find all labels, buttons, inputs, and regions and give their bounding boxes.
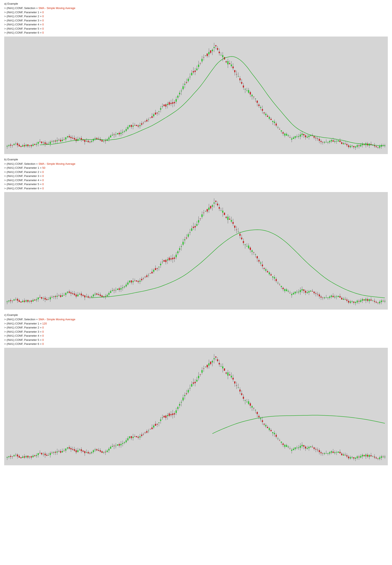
example-a-param3: > (INA1) CONF, Parameter 3 = 0: [4, 18, 388, 23]
example-c-param2: > (INA1) CONF, Parameter 2 = 0: [4, 326, 388, 330]
chart-c: [4, 348, 388, 465]
example-b-selection: > (INA1) CONF, Selection = SMA - Simple …: [4, 162, 388, 166]
example-b-param4: > (INA1) CONF, Parameter 4 = 0: [4, 178, 388, 182]
example-b-label: b) Example: [4, 158, 388, 161]
example-b-selection-val: SMA - Simple Moving Average: [38, 162, 75, 165]
example-c-param1: > (INA1) CONF, Parameter 1 = 120: [4, 321, 388, 326]
example-a-p6-val: 0: [42, 31, 44, 34]
example-c-selection-val: SMA - Simple Moving Average: [38, 318, 75, 321]
example-b-param5: > (INA1) CONF, Parameter 5 = 0: [4, 182, 388, 186]
example-a-param5: > (INA1) CONF, Parameter 5 = 0: [4, 27, 388, 31]
example-a-p1-val: 0: [42, 11, 44, 14]
example-a-p3-val: 0: [42, 19, 44, 22]
example-a-p5-val: 0: [42, 27, 44, 30]
example-a-param1: > (INA1) CONF, Parameter 1 = 0: [4, 10, 388, 14]
example-c-p1-val: 120: [42, 322, 47, 325]
example-a-selection: > (INA1) CONF, Selection = SMA - Simple …: [4, 6, 388, 10]
example-c-p2-val: 0: [42, 326, 44, 329]
example-a-selection-val: SMA - Simple Moving Average: [38, 6, 75, 10]
example-c-param4: > (INA1) CONF, Parameter 4 = 0: [4, 334, 388, 338]
example-c-param3: > (INA1) CONF, Parameter 3 = 0: [4, 330, 388, 334]
example-b-param1: > (INA1) CONF, Parameter 1 = 50: [4, 166, 388, 170]
example-b-p1-val: 50: [42, 166, 45, 169]
example-b-p4-val: 0: [42, 179, 44, 182]
example-b-p2-val: 0: [42, 170, 44, 174]
example-a-label: a) Example: [4, 2, 388, 5]
example-a-p4-val: 0: [42, 23, 44, 26]
example-c-param6: > (INA1) CONF, Parameter 6 = 0: [4, 342, 388, 346]
example-a-param6: > (INA1) CONF, Parameter 6 = 0: [4, 31, 388, 35]
example-a-p2-val: 0: [42, 15, 44, 18]
example-a: a) Example > (INA1) CONF, Selection = SM…: [4, 2, 388, 154]
example-a-param4: > (INA1) CONF, Parameter 4 = 0: [4, 22, 388, 27]
example-b-p3-val: 0: [42, 174, 44, 178]
example-c-p3-val: 0: [42, 330, 44, 333]
example-c-p5-val: 0: [42, 338, 44, 342]
example-b-param6: > (INA1) CONF, Parameter 6 = 0: [4, 186, 388, 191]
chart-b: [4, 192, 388, 310]
example-c-selection: > (INA1) CONF, Selection = SMA - Simple …: [4, 317, 388, 321]
example-b: b) Example > (INA1) CONF, Selection = SM…: [4, 158, 388, 310]
example-c-p6-val: 0: [42, 342, 44, 345]
example-b-p6-val: 0: [42, 187, 44, 190]
example-b-p5-val: 0: [42, 183, 44, 186]
example-c-p4-val: 0: [42, 334, 44, 337]
example-a-param2: > (INA1) CONF, Parameter 2 = 0: [4, 14, 388, 18]
chart-a: [4, 37, 388, 154]
example-c-label: c) Example: [4, 313, 388, 317]
example-c: c) Example > (INA1) CONF, Selection = SM…: [4, 313, 388, 465]
example-b-param3: > (INA1) CONF, Parameter 3 = 0: [4, 174, 388, 178]
page: a) Example > (INA1) CONF, Selection = SM…: [0, 0, 392, 471]
example-c-param5: > (INA1) CONF, Parameter 5 = 0: [4, 338, 388, 342]
example-b-param2: > (INA1) CONF, Parameter 2 = 0: [4, 170, 388, 174]
